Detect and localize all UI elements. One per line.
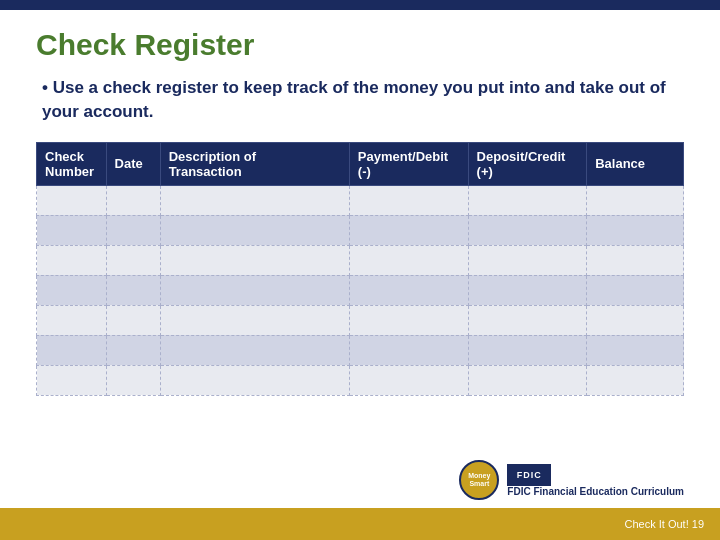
th-date: Date <box>106 142 160 185</box>
table-cell <box>587 305 684 335</box>
fdic-branding: MoneySmart FDIC FDIC Financial Education… <box>459 460 684 500</box>
table-cell <box>106 305 160 335</box>
table-cell <box>106 215 160 245</box>
table-cell <box>468 245 587 275</box>
table-cell <box>587 275 684 305</box>
table-row <box>37 215 684 245</box>
table-cell <box>160 245 349 275</box>
table-cell <box>349 305 468 335</box>
table-cell <box>349 215 468 245</box>
table-cell <box>349 365 468 395</box>
page-title: Check Register <box>36 28 684 62</box>
table-cell <box>37 245 107 275</box>
table-body <box>37 185 684 395</box>
table-cell <box>587 335 684 365</box>
table-cell <box>468 305 587 335</box>
table-cell <box>37 215 107 245</box>
table-cell <box>468 185 587 215</box>
table-cell <box>106 185 160 215</box>
money-smart-icon: MoneySmart <box>459 460 499 500</box>
table-cell <box>37 365 107 395</box>
table-cell <box>106 245 160 275</box>
table-cell <box>468 215 587 245</box>
fdic-tagline: FDIC Financial Education Curriculum <box>507 486 684 497</box>
th-deposit-credit: Deposit/Credit (+) <box>468 142 587 185</box>
table-cell <box>37 305 107 335</box>
table-cell <box>37 335 107 365</box>
table-cell <box>106 275 160 305</box>
table-cell <box>349 335 468 365</box>
table-row <box>37 275 684 305</box>
intro-text: Use a check register to keep track of th… <box>36 76 684 124</box>
fdic-text-block: FDIC FDIC Financial Education Curriculum <box>507 464 684 497</box>
table-cell <box>160 275 349 305</box>
table-cell <box>587 245 684 275</box>
th-description: Description of Transaction <box>160 142 349 185</box>
th-check-number: Check Number <box>37 142 107 185</box>
table-cell <box>587 185 684 215</box>
page-number: Check It Out! 19 <box>625 518 704 530</box>
table-row <box>37 365 684 395</box>
table-cell <box>160 365 349 395</box>
table-cell <box>160 305 349 335</box>
th-payment-debit: Payment/Debit (-) <box>349 142 468 185</box>
table-cell <box>587 365 684 395</box>
main-content: Check Register Use a check register to k… <box>0 10 720 406</box>
table-row <box>37 305 684 335</box>
table-cell <box>468 365 587 395</box>
th-balance: Balance <box>587 142 684 185</box>
table-row <box>37 185 684 215</box>
fdic-box: FDIC <box>507 464 551 486</box>
top-bar <box>0 0 720 10</box>
table-cell <box>37 185 107 215</box>
table-cell <box>37 275 107 305</box>
table-cell <box>587 215 684 245</box>
table-cell <box>349 275 468 305</box>
table-cell <box>468 335 587 365</box>
bottom-bar: Check It Out! 19 <box>0 508 720 540</box>
table-cell <box>160 185 349 215</box>
table-row <box>37 245 684 275</box>
table-row <box>37 335 684 365</box>
table-cell <box>349 245 468 275</box>
table-header-row: Check Number Date Description of Transac… <box>37 142 684 185</box>
table-cell <box>160 215 349 245</box>
table-cell <box>106 365 160 395</box>
table-cell <box>468 275 587 305</box>
table-cell <box>160 335 349 365</box>
table-cell <box>349 185 468 215</box>
table-cell <box>106 335 160 365</box>
check-register-table: Check Number Date Description of Transac… <box>36 142 684 396</box>
money-smart-label: MoneySmart <box>468 472 490 489</box>
